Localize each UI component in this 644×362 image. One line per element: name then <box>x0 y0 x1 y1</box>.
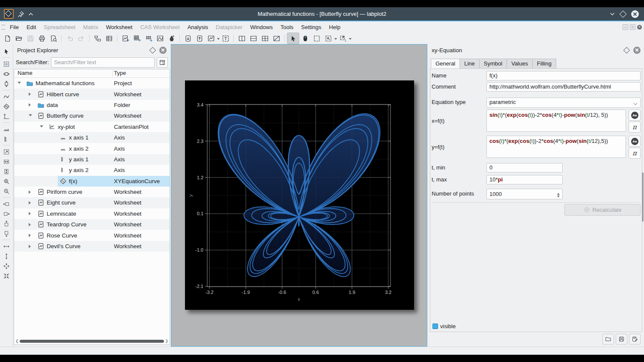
expand-arrow-icon[interactable] <box>29 201 33 205</box>
redo-button[interactable] <box>75 33 87 44</box>
tree-row-x-axis-1[interactable]: x axis 1Axis <box>14 132 170 143</box>
expand-arrow-icon[interactable] <box>29 212 33 215</box>
zoom-y-select-tool[interactable] <box>1 166 12 176</box>
tree-row-teardrop-curve[interactable]: Teardrop CurveWorksheet <box>14 219 170 230</box>
scroll-right-icon[interactable]: ❯ <box>165 339 168 343</box>
menubar-grip-icon[interactable] <box>1 25 5 30</box>
tab-values[interactable]: Values <box>507 59 532 69</box>
tab-filling[interactable]: Filling <box>532 59 556 69</box>
tree-horizontal-scrollbar[interactable]: ❮ ❯ <box>15 339 168 343</box>
tab-symbol[interactable]: Symbol <box>479 59 507 69</box>
new-plot-button[interactable] <box>154 33 166 44</box>
equation-type-combobox[interactable]: parametric <box>486 98 641 108</box>
add-axis-tool[interactable] <box>1 111 12 121</box>
new-matrix-button[interactable] <box>131 33 143 44</box>
add-xy-curve-tool[interactable] <box>1 92 12 101</box>
tree-row-hilbert-curve[interactable]: Hilbert curveWorksheet <box>14 89 170 99</box>
menu-tools[interactable]: Tools <box>277 22 297 32</box>
auto-scale-y-tool[interactable] <box>1 251 12 261</box>
zoom-select-tool[interactable] <box>1 147 12 157</box>
visible-checkbox-row[interactable]: visible <box>432 323 456 329</box>
insert-function-button[interactable]: π <box>629 122 641 133</box>
add-x-axis-tool[interactable] <box>1 124 12 134</box>
menu-cas-worksheet[interactable]: CAS Worksheet <box>136 22 183 32</box>
insert-constant-button[interactable]: Aa <box>629 110 641 121</box>
expand-arrow-icon[interactable] <box>29 234 33 237</box>
layout-horizontal-button[interactable] <box>247 33 259 44</box>
insert-constant-button[interactable]: Aa <box>629 136 641 147</box>
worksheet-view[interactable]: -3.2-1.9-0.60.61.93.23.42.31.20.1-1.0-2.… <box>171 44 427 347</box>
float-panel-icon[interactable] <box>149 47 156 53</box>
tree-row-mathematical-functions[interactable]: Mathematical functionsProject <box>14 78 170 89</box>
name-field[interactable]: f(x) <box>486 71 641 80</box>
menu-settings[interactable]: Settings <box>297 22 325 32</box>
export-data-button[interactable] <box>194 33 205 44</box>
tree-row-x-axis-2[interactable]: x axis 2Axis <box>14 143 170 154</box>
add-text-frame-button[interactable] <box>220 33 231 44</box>
color-theme-button[interactable] <box>166 33 177 44</box>
tree-row-devil-s-curve[interactable]: Devil's CurveWorksheet <box>14 241 170 252</box>
tree-row-f-x-[interactable]: f(x)XYEquationCurve <box>14 176 170 187</box>
new-document-button[interactable] <box>1 33 13 44</box>
props-scrollbar-thumb[interactable] <box>642 172 644 222</box>
navigate-plot-tool[interactable] <box>1 46 12 56</box>
zoom-preset-button[interactable]: 1 <box>337 33 349 44</box>
menu-windows[interactable]: Windows <box>246 22 277 32</box>
t-max-field[interactable]: 10*pi <box>486 175 563 184</box>
subwindow-close-icon[interactable]: ✕ <box>637 25 642 30</box>
tree-row-lemniscate[interactable]: LemniscateWorksheet <box>14 208 170 219</box>
select-region-tool[interactable] <box>1 59 12 69</box>
new-workbook-button[interactable] <box>92 33 103 44</box>
move-vertical-tool[interactable] <box>1 79 12 89</box>
close-panel-icon[interactable] <box>159 47 167 54</box>
tree-row-butterfly-curve[interactable]: Butterfly curveWorksheet <box>14 110 170 121</box>
points-spinbox[interactable]: 1000 <box>486 189 563 199</box>
save-function-button[interactable] <box>616 334 627 344</box>
scrollbar-thumb[interactable] <box>20 340 164 343</box>
menu-spreadsheet[interactable]: Spreadsheet <box>40 22 79 32</box>
labplot-app-icon[interactable] <box>4 9 14 19</box>
import-data-button[interactable] <box>182 33 194 44</box>
checkbox-checked-icon[interactable] <box>432 323 438 329</box>
collapse-arrow-icon[interactable] <box>18 82 21 86</box>
spin-up-icon[interactable] <box>557 192 560 195</box>
float-panel-icon[interactable] <box>623 47 630 53</box>
new-live-data-source-button[interactable] <box>143 33 154 44</box>
close-icon[interactable] <box>631 10 639 18</box>
search-filter-input[interactable] <box>51 57 155 68</box>
zoom-out-tool[interactable] <box>1 186 12 196</box>
add-y-axis-tool[interactable] <box>1 134 12 144</box>
move-horizontal-tool[interactable] <box>1 69 12 79</box>
shift-right-tool[interactable] <box>1 209 12 219</box>
expand-arrow-icon[interactable] <box>29 245 33 248</box>
new-worksheet-button[interactable] <box>119 33 131 44</box>
butterfly-plot[interactable]: -3.2-1.9-0.60.61.93.23.42.31.20.1-1.0-2.… <box>185 80 414 310</box>
zoom-select-mode-button[interactable] <box>311 33 322 44</box>
y-equation-input[interactable]: cos(t)*(exp(cos(t))-2*cos(4*t)-pow(sin(t… <box>486 136 626 158</box>
print-preview-button[interactable] <box>48 33 59 44</box>
menu-edit[interactable]: Edit <box>23 22 40 32</box>
collapse-arrow-icon[interactable] <box>29 114 32 118</box>
layout-vertical-button[interactable] <box>236 33 247 44</box>
add-equation-curve-tool[interactable] <box>1 101 12 111</box>
shift-down-tool[interactable] <box>1 228 12 238</box>
add-plot-button[interactable] <box>205 33 217 44</box>
x-equation-input[interactable]: sin(t)*(exp(cos(t))-2*cos(4*t)-pow(sin(t… <box>486 110 626 132</box>
collapse-up-icon[interactable] <box>28 12 33 17</box>
menu-worksheet[interactable]: Worksheet <box>102 22 136 32</box>
tree-row-data[interactable]: dataFolder <box>14 100 170 110</box>
menu-matrix[interactable]: Matrix <box>79 22 102 32</box>
shift-left-tool[interactable] <box>1 199 12 209</box>
expand-arrow-icon[interactable] <box>29 92 33 96</box>
comment-field[interactable]: http://mathworld.wolfram.com/ButterflyCu… <box>486 82 641 92</box>
expand-arrow-icon[interactable] <box>29 223 33 226</box>
pin-icon[interactable] <box>18 11 24 17</box>
zoom-x-select-tool[interactable] <box>1 157 12 166</box>
tree-row-y-axis-2[interactable]: y axis 2Axis <box>14 165 170 175</box>
print-button[interactable] <box>36 33 48 44</box>
subwindow-minimize-icon[interactable]: ⌄ <box>623 24 628 30</box>
expand-arrow-icon[interactable] <box>29 103 33 107</box>
auto-scale-tool[interactable] <box>1 261 12 271</box>
shift-up-tool[interactable] <box>1 219 12 228</box>
maximize-diamond-icon[interactable] <box>620 10 627 18</box>
